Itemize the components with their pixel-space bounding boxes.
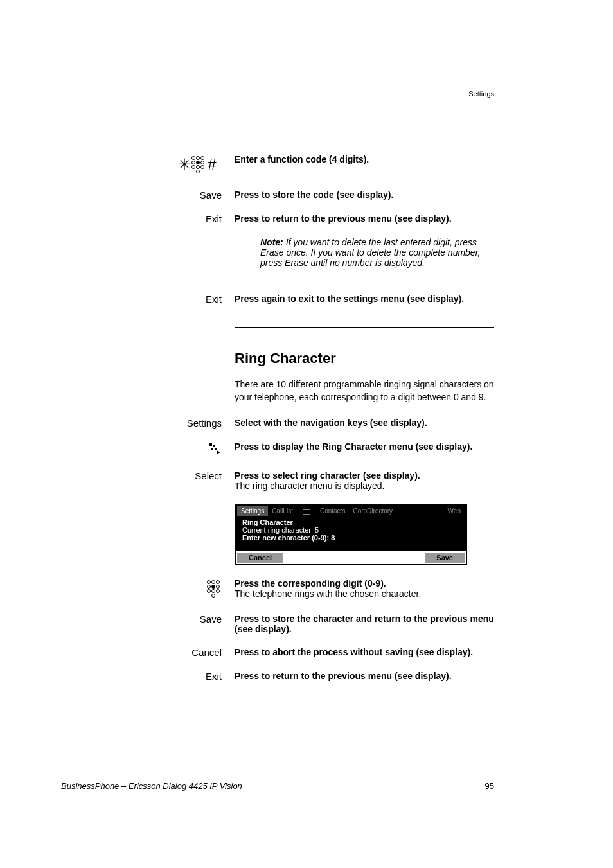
exit-label-3: Exit bbox=[141, 671, 235, 682]
svg-rect-13 bbox=[213, 445, 215, 447]
exit-instruction-1: Press to return to the previous menu (se… bbox=[235, 213, 494, 224]
svg-point-1 bbox=[192, 157, 195, 160]
svg-rect-12 bbox=[209, 443, 212, 446]
svg-rect-15 bbox=[215, 448, 217, 450]
keypad-subtext-2: The telephone rings with the chosen char… bbox=[235, 589, 421, 599]
section-intro: There are 10 different programmable ring… bbox=[235, 378, 494, 403]
phone-tab-web: Web bbox=[444, 506, 465, 516]
svg-point-23 bbox=[208, 590, 211, 593]
phone-tab-settings: Settings bbox=[237, 506, 268, 516]
phone-display: Settings CallList Contacts CorpDirectory… bbox=[235, 504, 467, 565]
svg-point-19 bbox=[217, 581, 220, 584]
svg-point-20 bbox=[208, 585, 211, 589]
page-footer: BusinessPhone – Ericsson Dialog 4425 IP … bbox=[61, 781, 494, 791]
svg-text:✳: ✳ bbox=[178, 155, 191, 173]
exit-instruction-3: Press to return to the previous menu (se… bbox=[235, 671, 494, 682]
select-instruction: Press to select ring character (see disp… bbox=[235, 470, 494, 491]
svg-marker-16 bbox=[217, 450, 220, 454]
save-label-2: Save bbox=[141, 614, 235, 634]
phone-tab-calllist: CallList bbox=[268, 506, 297, 516]
phone-body-line-1: Current ring character: 5 bbox=[242, 526, 459, 534]
keypad-instruction-2: Press the corresponding digit (0-9). The… bbox=[235, 578, 494, 601]
svg-point-24 bbox=[212, 590, 215, 593]
phone-footer-cancel: Cancel bbox=[237, 553, 283, 563]
settings-instruction: Select with the navigation keys (see dis… bbox=[235, 418, 494, 429]
svg-point-9 bbox=[201, 166, 204, 169]
svg-point-3 bbox=[201, 157, 204, 160]
phone-body-title: Ring Character bbox=[242, 518, 459, 526]
phone-tabs: Settings CallList Contacts CorpDirectory… bbox=[237, 506, 465, 516]
cancel-instruction: Press to abort the process without savin… bbox=[235, 647, 494, 658]
save-instruction-1: Press to store the code (see display). bbox=[235, 190, 494, 200]
nav-instruction: Press to display the Ring Character menu… bbox=[235, 441, 494, 457]
svg-point-4 bbox=[192, 161, 195, 164]
phone-body-line-2: Enter new character (0-9): 8 bbox=[242, 534, 459, 542]
svg-point-22 bbox=[217, 585, 220, 589]
keypad-only-icon bbox=[205, 578, 222, 599]
section-title: Ring Character bbox=[235, 350, 494, 367]
keypad-instruction: Enter a function code (4 digits). bbox=[235, 154, 494, 177]
svg-point-17 bbox=[208, 581, 211, 584]
phone-tab-corpdirectory: CorpDirectory bbox=[349, 506, 396, 516]
svg-point-7 bbox=[192, 166, 195, 169]
exit-label-2: Exit bbox=[141, 294, 235, 305]
phone-tab-contacts: Contacts bbox=[316, 506, 349, 516]
select-subtext: The ring character menu is displayed. bbox=[235, 481, 384, 491]
save-instruction-2: Press to store the character and return … bbox=[235, 614, 494, 634]
save-label-1: Save bbox=[141, 190, 235, 200]
footer-page-number: 95 bbox=[485, 781, 494, 791]
keypad-symbol-cell-2 bbox=[141, 578, 235, 601]
phone-footer-save: Save bbox=[425, 553, 465, 563]
note-block: Note: If you want to delete the last ent… bbox=[260, 237, 494, 268]
navigation-key-icon bbox=[208, 441, 222, 456]
phone-tab-icon bbox=[297, 508, 316, 515]
svg-rect-14 bbox=[211, 448, 213, 450]
phone-body: Ring Character Current ring character: 5… bbox=[237, 516, 465, 549]
exit-label-1: Exit bbox=[141, 213, 235, 224]
exit-instruction-2: Press again to exit to the settings menu… bbox=[235, 294, 494, 305]
note-text: If you want to delete the last entered d… bbox=[260, 237, 480, 268]
svg-text:#: # bbox=[208, 155, 217, 173]
navigation-key-icon-cell bbox=[141, 441, 235, 457]
footer-product: BusinessPhone – Ericsson Dialog 4425 IP … bbox=[61, 781, 242, 791]
page-header-right: Settings bbox=[468, 90, 494, 98]
select-label: Select bbox=[141, 470, 235, 491]
section-divider bbox=[235, 327, 494, 328]
svg-point-26 bbox=[212, 594, 215, 598]
svg-point-10 bbox=[197, 170, 200, 173]
svg-point-21 bbox=[212, 585, 215, 589]
settings-label: Settings bbox=[141, 418, 235, 429]
svg-point-8 bbox=[197, 166, 200, 169]
phone-footer: Cancel Save bbox=[236, 551, 466, 564]
svg-point-6 bbox=[201, 161, 204, 164]
svg-point-2 bbox=[197, 157, 200, 160]
cancel-label: Cancel bbox=[141, 647, 235, 658]
keypad-symbol-cell: ✳ # bbox=[141, 154, 235, 177]
svg-point-5 bbox=[197, 161, 200, 164]
star-keypad-hash-icon: ✳ # bbox=[177, 154, 222, 175]
svg-point-25 bbox=[217, 590, 220, 593]
note-label: Note: bbox=[260, 237, 283, 247]
svg-point-18 bbox=[212, 581, 215, 584]
